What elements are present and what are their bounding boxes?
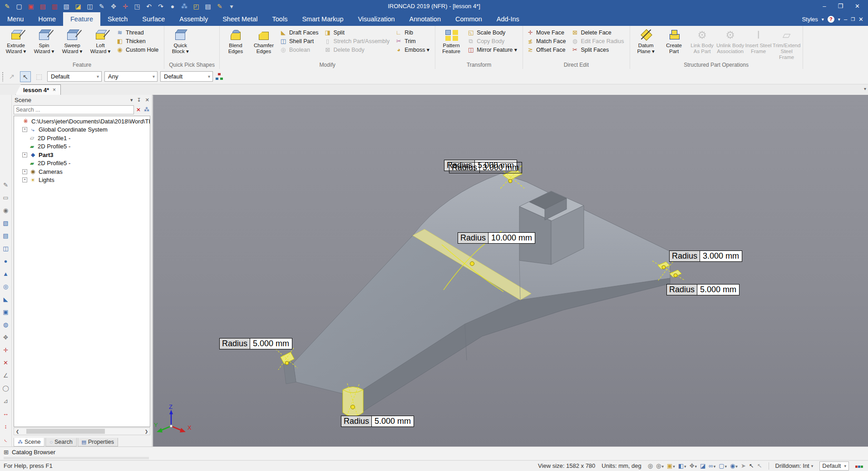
panel-close-icon[interactable]: ✕ <box>145 97 149 103</box>
create-part-button[interactable]: CreatePart <box>660 27 688 54</box>
render-style-select[interactable]: Default▾ <box>160 71 213 82</box>
tab-surface[interactable]: Surface <box>135 12 172 26</box>
doc-close-button[interactable]: ✕ <box>858 16 863 23</box>
scrollbar-thumb[interactable] <box>26 429 105 434</box>
wedge-shape-icon[interactable]: ◣ <box>2 295 10 303</box>
styles-dropdown-icon[interactable]: ▾ <box>822 17 824 22</box>
new-part-icon[interactable]: ▤ <box>38 2 47 11</box>
chamfer-edges-button[interactable]: ChamferEdges <box>250 27 278 54</box>
tab-annotation[interactable]: Annotation <box>402 12 448 26</box>
scene-structure-icon[interactable] <box>216 73 223 80</box>
pan-mode-icon[interactable]: ✥▾ <box>690 462 697 469</box>
tree-expand-icon[interactable]: + <box>22 127 27 132</box>
tree-expand-icon[interactable]: + <box>22 177 27 182</box>
datum-plane-button[interactable]: DatumPlane ▾ <box>632 27 660 54</box>
shell-part-button[interactable]: ◫Shell Part <box>279 37 321 45</box>
thicken-button[interactable]: ◧Thicken <box>115 37 161 45</box>
qat-more-icon[interactable]: ▾ <box>227 2 236 11</box>
new-drawing-icon[interactable]: ▥ <box>50 2 59 11</box>
mirror-feature-button[interactable]: ◫Mirror Feature ▾ <box>466 45 520 54</box>
match-face-button[interactable]: ≴Match Face <box>526 37 568 45</box>
tree-2d-profile5-b[interactable]: ▰2D Profile5 - <box>14 159 150 168</box>
tree-global-coordinate-system[interactable]: +⤷Global Coordinate System <box>14 126 150 134</box>
smart-dimension-icon[interactable]: ⁂ <box>180 2 189 11</box>
tab-smart-markup[interactable]: Smart Markup <box>295 12 350 26</box>
custom-hole-button[interactable]: ◉Custom Hole <box>115 45 161 54</box>
offset-face-button[interactable]: ≳Offset Face <box>526 45 568 54</box>
delete-measure-icon[interactable]: ✕ <box>2 359 10 367</box>
tree-root[interactable]: ※C:\Users\jeter\Documents\Data\2018\Word… <box>14 117 150 126</box>
sweep-wizard-button[interactable]: SweepWizard ▾ <box>58 27 86 54</box>
delete-face-button[interactable]: ⊠Delete Face <box>570 28 626 37</box>
emboss-button[interactable]: ◕Emboss ▾ <box>394 45 432 54</box>
pattern-feature-button[interactable]: PatternFeature <box>437 27 465 54</box>
status-default-select[interactable]: Default▾ <box>819 461 849 471</box>
tab-list-dropdown-icon[interactable]: ▾ <box>864 86 866 91</box>
save-icon[interactable]: ◫ <box>85 2 94 11</box>
save-as-icon[interactable]: ✎ <box>97 2 106 11</box>
add-shape-icon[interactable]: ▣▾ <box>667 462 675 469</box>
measure-height-icon[interactable]: ↕ <box>2 422 10 430</box>
quick-block-button[interactable]: QuickBlock ▾ <box>166 27 194 54</box>
cursor-alt-icon[interactable]: ↖ <box>757 462 762 469</box>
panel-tab-properties[interactable]: ▤Properties <box>78 438 118 446</box>
app-logo-icon[interactable]: ✎ <box>3 2 12 11</box>
render-sphere-icon[interactable]: ● <box>168 2 177 11</box>
right-fillet-dot[interactable] <box>674 274 677 277</box>
extrude-wizard-button[interactable]: ExtrudeWizard ▾ <box>2 27 30 54</box>
move-arrows-icon[interactable]: ✥ <box>2 334 10 341</box>
tab-tools[interactable]: Tools <box>265 12 295 26</box>
search-options-icon[interactable]: ⁂ <box>143 107 150 113</box>
new-scene-icon[interactable]: ▢ <box>15 2 24 11</box>
panel-pin-icon[interactable]: ↧ <box>137 97 141 103</box>
thread-button[interactable]: ≋Thread <box>115 28 161 37</box>
zoom-menu-icon[interactable]: ◎▾ <box>656 462 664 469</box>
scene-search-input[interactable] <box>14 105 134 114</box>
catalog-browser-toggle[interactable]: ⊞ Catalog Browser <box>0 447 868 457</box>
styles-button[interactable]: Styles <box>802 16 818 23</box>
tab-common[interactable]: Common <box>448 12 489 26</box>
restore-button[interactable]: ❐ <box>838 3 843 10</box>
triball-icon[interactable]: ✛ <box>121 2 130 11</box>
document-tab-close-icon[interactable]: × <box>53 87 56 93</box>
trim-button[interactable]: ✂Trim <box>394 37 432 45</box>
panel-tab-search[interactable]: ◌Search <box>45 438 76 446</box>
torus-shape-icon[interactable]: ◎ <box>2 283 10 290</box>
clear-search-icon[interactable]: ✕ <box>135 107 142 113</box>
render-mode-icon[interactable]: ∞▾ <box>709 462 715 469</box>
panel-shade-icon[interactable]: ▾ <box>130 97 133 103</box>
tab-sketch[interactable]: Sketch <box>100 12 135 26</box>
undo-icon[interactable]: ↶ <box>144 2 153 11</box>
cone-shape-icon[interactable]: ▲ <box>2 270 10 278</box>
ruler-tool-icon[interactable]: ⊿ <box>2 397 10 405</box>
options-list-icon[interactable]: ▤ <box>203 2 212 11</box>
nav-arrow-icon[interactable]: ➤ <box>741 462 746 469</box>
loft-wizard-button[interactable]: LoftWizard ▾ <box>86 27 114 54</box>
text-tool-icon[interactable]: ▭ <box>2 194 10 201</box>
catalog-box-icon[interactable]: ◰ <box>192 2 201 11</box>
scale-body-button[interactable]: ◱Scale Body <box>466 28 520 37</box>
tab-home[interactable]: Home <box>31 12 63 26</box>
draft-faces-button[interactable]: ◣Draft Faces <box>279 28 321 37</box>
help-dropdown-icon[interactable]: ▾ <box>838 17 840 22</box>
drilldown-select[interactable]: Drilldown: Int▾ <box>775 462 814 469</box>
shaded-face-icon[interactable]: ◪ <box>700 462 705 469</box>
circle-measure-icon[interactable]: ◯ <box>2 384 10 392</box>
open-icon[interactable]: ◪ <box>74 2 83 11</box>
slab-shape-icon[interactable]: ▤ <box>2 232 10 240</box>
help-icon[interactable]: ? <box>828 16 834 23</box>
sphere-shape-icon[interactable]: ● <box>2 257 10 265</box>
tree-expand-icon[interactable]: + <box>22 169 27 174</box>
new-template-icon[interactable]: ▧ <box>62 2 71 11</box>
cylinder-shape-icon[interactable]: ◫ <box>2 245 10 252</box>
blend-handle-dot[interactable] <box>470 262 474 266</box>
redo-icon[interactable]: ↷ <box>156 2 165 11</box>
camera-tool-icon[interactable]: ◉ <box>2 206 10 214</box>
measure-width-icon[interactable]: ↔ <box>2 410 10 417</box>
shape-drag-icon[interactable]: ↗ <box>6 71 17 82</box>
toolbar-grip[interactable] <box>2 72 4 82</box>
orient-icon[interactable]: ◳ <box>133 2 142 11</box>
view-cube-icon[interactable]: ◧▾ <box>678 462 686 469</box>
right-fillet-dot[interactable] <box>662 265 666 269</box>
box-shape-icon[interactable]: ▧ <box>2 219 10 227</box>
